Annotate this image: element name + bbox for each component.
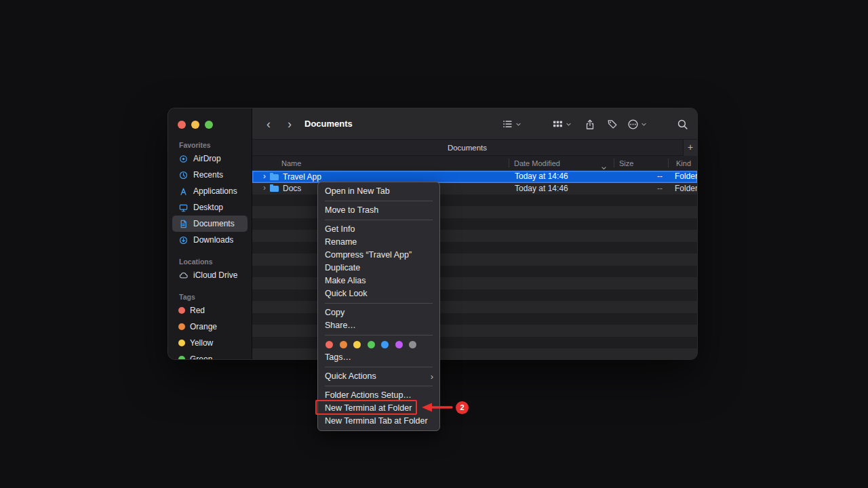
column-headers: Name Date Modified Size Kind [252,156,697,171]
red-tag-swatch[interactable] [326,341,333,348]
sidebar-section-locations: Locations [168,256,252,267]
menu-item-rename[interactable]: Rename [318,236,439,249]
new-tab-button[interactable]: + [683,140,697,156]
orange-tag-swatch[interactable] [340,341,347,348]
menu-separator [325,367,433,367]
sidebar-item-applications[interactable]: Applications [172,183,248,199]
sidebar-item-airdrop[interactable]: AirDrop [172,150,248,167]
menu-separator [325,303,433,304]
file-date-modified: Today at 14:46 [515,171,568,183]
more-actions-button[interactable] [627,119,647,130]
yellow-tag-icon [178,340,185,346]
orange-tag-icon [178,323,185,330]
menu-item-quick-actions[interactable]: Quick Actions › [318,370,439,383]
menu-separator [325,220,433,220]
folder-icon [270,174,279,180]
context-menu: Open in New Tab Move to Trash Get Info R… [317,182,440,431]
sidebar-item-desktop[interactable]: Desktop [172,199,248,216]
menu-item-move-to-trash[interactable]: Move to Trash [318,204,439,217]
back-button[interactable]: ‹ [261,117,276,131]
search-button[interactable] [677,119,688,130]
tag-icon [607,119,618,129]
sidebar-item-label: Documents [193,219,235,228]
sidebar-item-downloads[interactable]: Downloads [172,232,248,248]
group-view-button[interactable] [552,119,572,129]
recents-icon [178,170,189,180]
sidebar-section-tags: Tags [168,291,252,302]
purple-tag-swatch[interactable] [395,341,403,348]
window-title: Documents [304,119,353,129]
sidebar-item-tag-red[interactable]: Red [172,302,248,319]
menu-item-get-info[interactable]: Get Info [318,223,439,236]
search-icon [677,119,688,130]
file-kind: Folder [675,171,697,183]
menu-item-label: Quick Actions [325,371,376,381]
toolbar: ‹ › Documents [252,108,697,140]
list-view-button[interactable] [502,119,521,129]
menu-item-copy[interactable]: Copy [318,306,439,319]
close-window-button[interactable] [178,121,186,129]
column-header-kind[interactable]: Kind [676,156,691,171]
sidebar-item-label: Orange [190,322,217,331]
minimize-window-button[interactable] [191,121,199,129]
sidebar-item-tag-green[interactable]: Green [172,351,248,359]
sidebar-item-label: Red [190,306,205,315]
sidebar-item-label: Downloads [193,235,233,245]
column-divider[interactable] [614,159,614,167]
share-button[interactable] [585,119,595,130]
disclosure-chevron-icon[interactable]: › [263,171,266,181]
sidebar-item-label: Applications [193,186,237,196]
menu-item-tags[interactable]: Tags… [318,351,439,364]
green-tag-swatch[interactable] [368,341,375,348]
grid-view-icon [552,119,564,129]
file-row-travel-app[interactable]: › Travel App Today at 14:46 -- Folder [252,171,697,183]
menu-item-quick-look[interactable]: Quick Look [318,287,439,300]
column-header-date-modified[interactable]: Date Modified [514,156,560,171]
tab-bar: Documents + [252,140,697,156]
tag-button[interactable] [607,119,618,129]
sidebar-item-documents[interactable]: Documents [172,216,248,232]
annotation-step-badge: 2 [456,401,469,414]
sidebar-item-label: Green [190,354,212,359]
sidebar-item-tag-orange[interactable]: Orange [172,319,248,335]
disclosure-chevron-icon[interactable]: › [263,183,266,192]
file-name: Docs [283,184,301,193]
desktop-icon [178,203,189,213]
sidebar-item-icloud-drive[interactable]: iCloud Drive [172,267,248,283]
blue-tag-swatch[interactable] [381,341,389,348]
menu-item-make-alias[interactable]: Make Alias [318,274,439,287]
menu-item-compress[interactable]: Compress “Travel App” [318,249,439,262]
column-divider[interactable] [668,159,669,167]
window-controls [178,121,213,129]
file-size: -- [614,171,663,183]
column-header-size[interactable]: Size [619,156,633,171]
file-date-modified: Today at 14:46 [515,183,568,195]
folder-icon [270,186,279,192]
chevron-down-icon [641,121,647,127]
sidebar-item-recents[interactable]: Recents [172,167,248,183]
menu-item-duplicate[interactable]: Duplicate [318,262,439,274]
file-name: Travel App [283,172,321,182]
downloads-icon [178,235,189,245]
sidebar-item-label: AirDrop [193,154,221,163]
sidebar-item-label: Recents [193,170,223,180]
menu-separator [325,386,433,386]
menu-item-new-terminal-tab-at-folder[interactable]: New Terminal Tab at Folder [318,415,439,428]
menu-item-open-in-new-tab[interactable]: Open in New Tab [318,185,439,198]
chevron-down-icon [566,121,572,127]
file-size: -- [614,183,663,195]
green-tag-icon [178,356,185,359]
column-divider[interactable] [509,159,509,167]
yellow-tag-swatch[interactable] [353,341,361,348]
tab-documents[interactable]: Documents [252,140,682,156]
annotation-highlight-box [315,400,417,415]
forward-button[interactable]: › [282,117,297,131]
red-tag-icon [178,307,185,314]
sidebar-item-label: Desktop [193,203,223,212]
column-header-name[interactable]: Name [281,156,301,171]
sidebar: Favorites AirDrop Recents Applications [168,108,252,359]
menu-item-share[interactable]: Share… [318,319,439,332]
zoom-window-button[interactable] [205,121,213,129]
gray-tag-swatch[interactable] [409,341,416,348]
sidebar-item-tag-yellow[interactable]: Yellow [172,335,248,351]
